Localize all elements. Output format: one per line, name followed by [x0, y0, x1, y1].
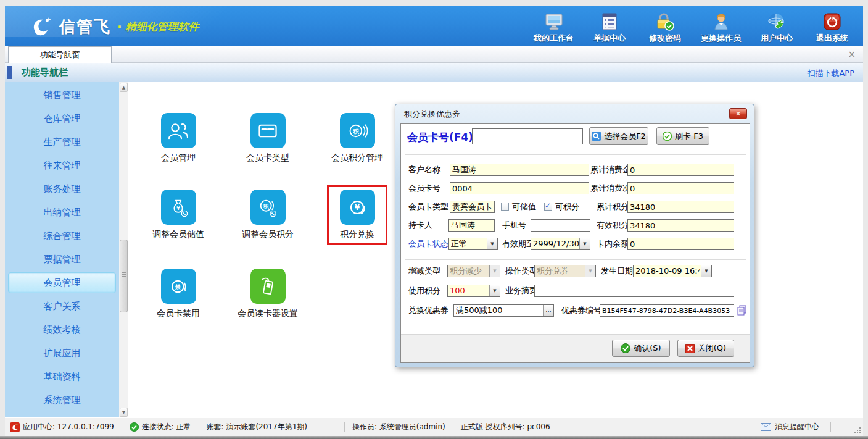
- operator-icon: [713, 11, 730, 31]
- use-points-select[interactable]: 100 ▼: [447, 285, 500, 297]
- confirm-check-icon: [621, 343, 630, 353]
- member-card-number-input[interactable]: [472, 128, 583, 144]
- svg-text:积: 积: [352, 127, 359, 134]
- brand-tagline: 精细化管理软件: [126, 20, 199, 34]
- confirm-button[interactable]: 确认(S): [612, 340, 670, 357]
- total-spend-input[interactable]: [627, 164, 734, 176]
- pointable-checkbox[interactable]: [544, 203, 552, 211]
- tab-close-icon[interactable]: ×: [848, 49, 856, 59]
- card-status-label: 会员卡状态: [408, 238, 448, 250]
- operation-type-select: 积分兑券 ▼: [534, 265, 596, 277]
- sidebar-item-base-data[interactable]: 基础资料: [5, 365, 119, 388]
- chevron-down-icon: ▼: [585, 265, 595, 277]
- chevron-down-icon: ▼: [489, 265, 500, 277]
- grid-item-card-reader-settings[interactable]: 会员读卡器设置: [220, 269, 316, 319]
- grid-item-card-disable[interactable]: 禁 会员卡禁用: [130, 269, 226, 319]
- grid-item-member-management[interactable]: 会员管理: [130, 113, 226, 164]
- card-type-input[interactable]: [450, 201, 495, 213]
- total-points-label: 累计积分: [597, 201, 629, 213]
- sidebar-item-production[interactable]: 生产管理: [5, 130, 119, 154]
- sidebar-item-membership[interactable]: 会员管理: [8, 272, 116, 293]
- toolbar-switch-operator[interactable]: 更换操作员: [701, 11, 741, 44]
- app-logo-icon: [10, 422, 20, 432]
- grid-item-card-type[interactable]: 会员卡类型: [220, 113, 316, 164]
- brand-name: 信管飞: [59, 16, 111, 38]
- swipe-card-button[interactable]: 刷卡 F3: [656, 127, 709, 145]
- card-number-input[interactable]: [450, 182, 589, 194]
- sidebar-item-customer-relations[interactable]: 客户关系: [5, 295, 119, 318]
- sidebar-item-contacts[interactable]: 往来管理: [5, 154, 119, 177]
- scrollbar-thumb[interactable]: [120, 240, 128, 312]
- scrollbar-grip: [122, 274, 126, 275]
- use-points-label: 使用积分: [408, 285, 440, 297]
- dialog-title[interactable]: 积分兑换优惠券: [404, 109, 460, 120]
- toolbar-exit-system[interactable]: 退出系统: [812, 11, 852, 44]
- resize-grip[interactable]: [853, 426, 861, 433]
- lock-check-icon: [655, 11, 675, 31]
- sidebar-item-cashier[interactable]: 出纳管理: [5, 201, 119, 224]
- phone-label: 手机号: [502, 219, 526, 232]
- chevron-down-icon[interactable]: ▼: [487, 238, 497, 249]
- spend-count-input[interactable]: [627, 182, 734, 194]
- status-bar: 应用中心: 127.0.0.1:7099 连接状态: 正常 账套: 演示账套(2…: [5, 417, 863, 436]
- change-type-select: 积分减少 ▼: [447, 265, 500, 277]
- summary-input[interactable]: [534, 285, 734, 297]
- balance-input[interactable]: [627, 238, 734, 250]
- scan-download-app-link[interactable]: 扫描下载APP: [807, 68, 854, 79]
- sidebar-item-sales[interactable]: 销售管理: [5, 83, 119, 107]
- toolbar-my-workbench[interactable]: 我的工作台: [534, 11, 574, 44]
- green-check-icon: [663, 132, 672, 141]
- storable-checkbox[interactable]: [501, 203, 509, 211]
- grid-item-points-management[interactable]: 积 会员积分管理: [309, 113, 405, 164]
- pointable-label: 可积分: [555, 201, 579, 213]
- status-separator: [453, 422, 453, 432]
- grid-item-points-exchange[interactable]: ¥ 积分兑换: [309, 190, 405, 240]
- toolbar-document-center[interactable]: 单据中心: [590, 11, 629, 44]
- exchange-coupon-input[interactable]: 满500减100 ...: [453, 304, 554, 317]
- grid-item-adjust-stored-value[interactable]: ¥ 调整会员储值: [130, 190, 226, 240]
- coupon-number-input[interactable]: [600, 304, 734, 317]
- sidebar-item-accounting[interactable]: 账务处理: [5, 177, 119, 201]
- sidebar-item-system[interactable]: 系统管理: [5, 388, 119, 412]
- close-button[interactable]: 关闭(Q): [677, 340, 734, 357]
- dialog-body: 会员卡号(F4): 选择会员F2 刷卡 F3 客户名称: [400, 123, 750, 363]
- scroll-up-icon[interactable]: ▲: [120, 83, 128, 92]
- total-points-input[interactable]: [627, 201, 734, 213]
- status-separator: [199, 422, 199, 432]
- grid-item-adjust-points[interactable]: 积 调整会员积分: [220, 190, 316, 240]
- toolbar-change-password[interactable]: 修改密码: [645, 11, 685, 44]
- close-x-icon: [685, 344, 695, 353]
- tab-function-navigation[interactable]: 功能导航窗: [8, 46, 112, 63]
- globe-icon: [767, 11, 786, 31]
- storable-label: 可储值: [512, 201, 536, 213]
- dialog-close-icon[interactable]: ✕: [729, 108, 747, 119]
- app-header: 信管飞 · 精细化管理软件 我的工作台: [5, 6, 863, 46]
- phone-input[interactable]: [531, 219, 590, 232]
- valid-until-select[interactable]: 2999/12/30 ▼: [531, 238, 590, 250]
- coupon-number-label: 优惠券编号: [561, 304, 601, 317]
- chevron-down-icon[interactable]: ▼: [701, 265, 711, 277]
- sidebar-item-performance[interactable]: 绩效考核: [5, 318, 119, 341]
- status-operator: 操作员: 系统管理员(admin): [352, 422, 445, 432]
- sidebar-item-warehouse[interactable]: 仓库管理: [5, 107, 119, 130]
- scroll-down-icon[interactable]: ▼: [120, 408, 128, 417]
- customer-name-input[interactable]: [450, 164, 589, 176]
- monitor-icon: [544, 11, 564, 31]
- valid-points-input[interactable]: [627, 219, 734, 232]
- occur-date-select[interactable]: 2018-10-09 16:48 ▼: [633, 265, 712, 277]
- sidebar-item-bills[interactable]: 票据管理: [5, 248, 119, 271]
- holder-input[interactable]: [448, 219, 495, 232]
- status-right: 消息提醒中心: [761, 421, 863, 433]
- copy-icon[interactable]: [737, 305, 746, 316]
- chevron-down-icon[interactable]: ▼: [579, 238, 590, 249]
- chevron-down-icon[interactable]: ▼: [489, 285, 500, 296]
- toolbar-user-center[interactable]: 用户中心: [757, 11, 796, 44]
- svg-text:¥: ¥: [355, 203, 360, 212]
- browse-ellipsis-button[interactable]: ...: [543, 305, 553, 316]
- sidebar-scrollbar[interactable]: ▲ ▼: [119, 82, 128, 417]
- sidebar-item-extensions[interactable]: 扩展应用: [5, 341, 119, 365]
- sidebar-item-comprehensive[interactable]: 综合管理: [5, 224, 119, 248]
- card-status-select[interactable]: 正常 ▼: [448, 238, 498, 250]
- select-member-button[interactable]: 选择会员F2: [589, 127, 648, 145]
- message-center-link[interactable]: 消息提醒中心: [775, 422, 819, 432]
